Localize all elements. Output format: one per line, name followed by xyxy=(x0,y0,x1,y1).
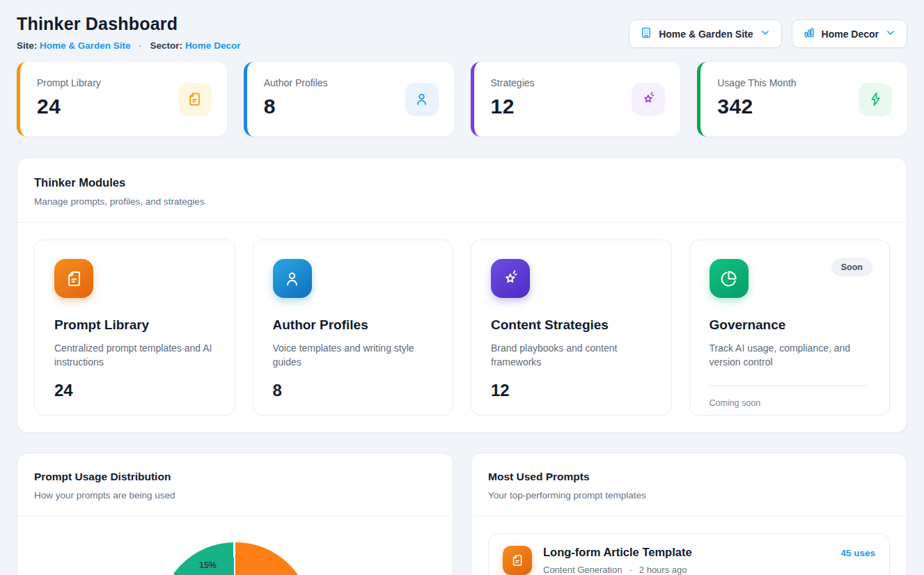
document-icon xyxy=(178,83,212,116)
site-link[interactable]: Home & Garden Site xyxy=(40,40,131,51)
stats-row: Prompt Library 24 Author Profiles 8 S xyxy=(17,62,907,136)
user-icon xyxy=(405,83,439,116)
sector-link[interactable]: Home Decor xyxy=(185,40,241,51)
site-selector-label: Home & Garden Site xyxy=(659,29,753,40)
building-icon xyxy=(640,26,652,41)
sector-selector-label: Home Decor xyxy=(822,29,879,40)
modules-panel-header: Thinker Modules Manage prompts, profiles… xyxy=(17,158,907,222)
module-description: Brand playbooks and content frameworks xyxy=(491,341,652,370)
module-description: Centralized prompt templates and AI inst… xyxy=(54,341,215,370)
prompt-time: 2 hours ago xyxy=(639,565,687,575)
prompt-list-item[interactable]: Long-form Article Template Content Gener… xyxy=(488,533,890,575)
stat-card-author-profiles: Author Profiles 8 xyxy=(244,62,454,136)
site-sector-line: Site: Home & Garden Site · Sector: Home … xyxy=(17,40,240,51)
sector-selector-button[interactable]: Home Decor xyxy=(792,19,907,48)
sparkle-star-icon xyxy=(632,83,665,116)
prompt-item-meta: Content Generation · 2 hours ago xyxy=(543,565,829,575)
prompts-card-subtitle: Your top-performing prompt templates xyxy=(488,490,890,501)
stat-card-prompt-library: Prompt Library 24 xyxy=(17,62,227,136)
module-title: Governance xyxy=(710,317,870,333)
usage-donut: 15% xyxy=(159,542,312,575)
prompt-uses-count: 45 uses xyxy=(840,548,875,558)
prompt-usage-card: Prompt Usage Distribution How your promp… xyxy=(17,452,453,575)
most-used-prompts-card: Most Used Prompts Your top-performing pr… xyxy=(471,452,907,575)
usage-chart-area: 15% xyxy=(17,542,453,575)
module-count: 8 xyxy=(273,381,434,400)
bar-chart-icon xyxy=(803,26,815,41)
prompts-card-title: Most Used Prompts xyxy=(488,471,890,483)
module-count: 24 xyxy=(54,381,215,400)
user-icon xyxy=(273,259,312,298)
bottom-row: Prompt Usage Distribution How your promp… xyxy=(17,452,907,575)
prompts-list: Long-form Article Template Content Gener… xyxy=(471,517,907,575)
site-label: Site: xyxy=(17,40,37,51)
modules-grid: Prompt Library Centralized prompt templa… xyxy=(17,223,907,432)
module-divider xyxy=(710,385,870,386)
module-card-governance[interactable]: Soon Governance Track AI usage, complian… xyxy=(689,239,891,416)
prompt-category: Content Generation xyxy=(543,565,622,575)
module-description: Track AI usage, compliance, and version … xyxy=(710,341,870,370)
module-card-author-profiles[interactable]: Author Profiles Voice templates and writ… xyxy=(253,239,454,416)
soon-badge: Soon xyxy=(831,258,872,276)
modules-panel-title: Thinker Modules xyxy=(34,176,890,189)
dot-separator: · xyxy=(629,565,632,575)
usage-card-header: Prompt Usage Distribution How your promp… xyxy=(17,453,453,516)
module-card-prompt-library[interactable]: Prompt Library Centralized prompt templa… xyxy=(34,239,235,416)
sector-label: Sector: xyxy=(150,40,183,51)
card-divider xyxy=(17,516,453,517)
prompts-card-header: Most Used Prompts Your top-performing pr… xyxy=(471,453,907,516)
thinker-modules-panel: Thinker Modules Manage prompts, profiles… xyxy=(17,157,907,433)
stat-card-usage: Usage This Month 342 xyxy=(697,62,907,136)
donut-slice-label: 15% xyxy=(199,560,217,570)
document-icon xyxy=(54,259,93,298)
document-icon xyxy=(503,546,532,575)
module-title: Content Strategies xyxy=(491,317,652,333)
module-count: 12 xyxy=(491,381,652,400)
pie-chart-icon xyxy=(710,259,749,298)
dashboard-page: Thinker Dashboard Site: Home & Garden Si… xyxy=(0,0,924,575)
sparkle-star-icon xyxy=(491,259,530,298)
prompt-item-title: Long-form Article Template xyxy=(543,546,829,559)
module-card-content-strategies[interactable]: Content Strategies Brand playbooks and c… xyxy=(471,239,672,416)
coming-soon-text: Coming soon xyxy=(710,398,870,408)
header-left: Thinker Dashboard Site: Home & Garden Si… xyxy=(17,14,240,51)
usage-card-title: Prompt Usage Distribution xyxy=(34,471,436,483)
module-title: Prompt Library xyxy=(54,317,215,333)
prompt-item-text: Long-form Article Template Content Gener… xyxy=(543,546,829,575)
module-title: Author Profiles xyxy=(273,317,434,333)
header-selectors: Home & Garden Site Home Decor xyxy=(629,19,907,48)
module-description: Voice templates and writing style guides xyxy=(273,341,434,370)
stat-card-strategies: Strategies 12 xyxy=(471,62,681,136)
modules-panel-subtitle: Manage prompts, profiles, and strategies xyxy=(34,196,890,207)
chevron-down-icon xyxy=(885,27,896,40)
page-header: Thinker Dashboard Site: Home & Garden Si… xyxy=(17,14,907,51)
page-title: Thinker Dashboard xyxy=(17,14,240,34)
lightning-icon xyxy=(859,83,892,116)
chevron-down-icon xyxy=(760,27,771,40)
dot-separator: · xyxy=(139,40,142,51)
usage-card-subtitle: How your prompts are being used xyxy=(34,490,436,501)
site-selector-button[interactable]: Home & Garden Site xyxy=(629,19,781,48)
